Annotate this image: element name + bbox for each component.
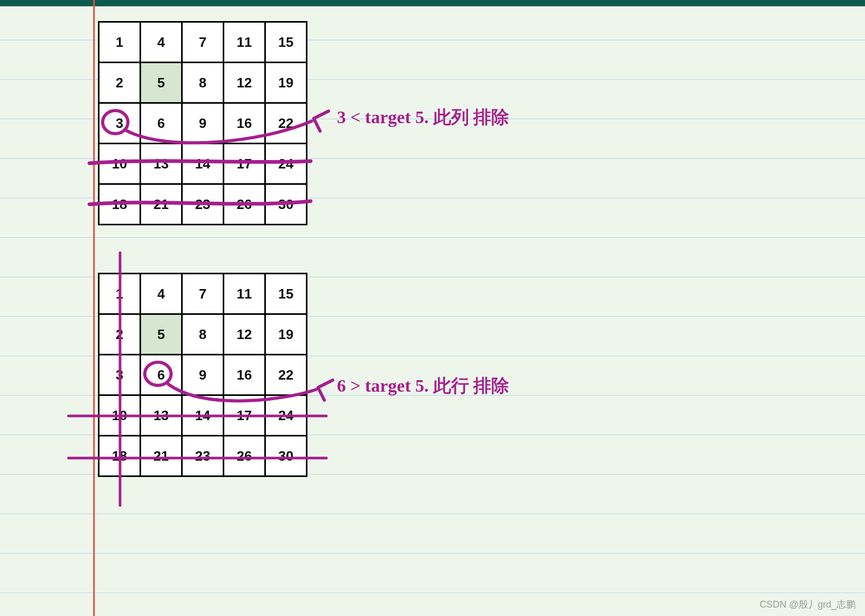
matrix-2-cell: 26	[224, 436, 265, 476]
matrix-1-cell: 9	[182, 103, 224, 144]
matrix-2-cell: 2	[99, 314, 141, 355]
page-canvas: 1471115258121936916221013141724182123263…	[0, 0, 865, 616]
matrix-1-cell: 6	[141, 103, 182, 144]
matrix-2-cell: 6	[141, 355, 182, 395]
matrix-2-cell: 12	[224, 314, 265, 355]
matrix-1-cell: 26	[224, 184, 265, 225]
matrix-2-row: 3691622	[99, 355, 307, 395]
matrix-1-cell: 15	[265, 22, 307, 63]
matrix-2-cell: 4	[141, 274, 182, 314]
matrix-2-cell: 5	[141, 314, 182, 355]
matrix-2-cell: 13	[141, 395, 182, 436]
matrix-2-row: 1013141724	[99, 395, 307, 436]
matrix-2-cell: 19	[265, 314, 307, 355]
matrix-1: 1471115258121936916221013141724182123263…	[98, 21, 307, 225]
matrix-2-row: 1471115	[99, 274, 307, 314]
matrix-2-cell: 21	[141, 436, 182, 476]
matrix-2-row: 2581219	[99, 314, 307, 355]
paper-rule	[0, 553, 865, 554]
matrix-1-cell: 22	[265, 103, 307, 144]
matrix-2-cell: 1	[99, 274, 141, 314]
matrix-2-cell: 24	[265, 395, 307, 436]
matrix-1-cell: 1	[99, 22, 141, 63]
matrix-2-cell: 10	[99, 395, 141, 436]
matrix-1-row: 2581219	[99, 63, 307, 103]
matrix-2-cell: 30	[265, 436, 307, 476]
matrix-1-cell: 24	[265, 144, 307, 184]
matrix-2-cell: 15	[265, 274, 307, 314]
paper-rule	[0, 237, 865, 238]
matrix-1-cell: 8	[182, 63, 224, 103]
matrix-1-row: 1013141724	[99, 144, 307, 184]
matrix-1-cell: 13	[141, 144, 182, 184]
matrix-1-cell: 30	[265, 184, 307, 225]
matrix-1-row: 1471115	[99, 22, 307, 63]
matrix-1-cell: 23	[182, 184, 224, 225]
matrix-1-cell: 17	[224, 144, 265, 184]
matrix-2-cell: 11	[224, 274, 265, 314]
matrix-1-cell: 3	[99, 103, 141, 144]
matrix-2-cell: 17	[224, 395, 265, 436]
matrix-2: 1471115258121936916221013141724182123263…	[98, 273, 307, 477]
matrix-1-cell: 18	[99, 184, 141, 225]
matrix-2-cell: 9	[182, 355, 224, 395]
paper-rule	[0, 513, 865, 514]
matrix-1-cell: 5	[141, 63, 182, 103]
annotation-2: 6 > target 5. 此行 排除	[337, 374, 509, 398]
matrix-1-cell: 16	[224, 103, 265, 144]
matrix-2-cell: 16	[224, 355, 265, 395]
matrix-2-cell: 18	[99, 436, 141, 476]
matrix-1-cell: 19	[265, 63, 307, 103]
matrix-1-row: 1821232630	[99, 184, 307, 225]
annotation-1: 3 < target 5. 此列 排除	[337, 105, 509, 130]
matrix-1-cell: 4	[141, 22, 182, 63]
watermark: CSDN @殷丿grd_志鹏	[760, 598, 856, 611]
paper-margin-line	[93, 0, 95, 616]
matrix-1-cell: 11	[224, 22, 265, 63]
matrix-1-cell: 2	[99, 63, 141, 103]
matrix-1-cell: 12	[224, 63, 265, 103]
matrix-2-cell: 7	[182, 274, 224, 314]
top-bar	[0, 0, 865, 6]
matrix-1-cell: 7	[182, 22, 224, 63]
matrix-2-cell: 3	[99, 355, 141, 395]
matrix-2-row: 1821232630	[99, 436, 307, 476]
paper-rule	[0, 592, 865, 593]
matrix-1-cell: 10	[99, 144, 141, 184]
matrix-2-cell: 22	[265, 355, 307, 395]
matrix-2-cell: 8	[182, 314, 224, 355]
matrix-1-cell: 21	[141, 184, 182, 225]
matrix-2-cell: 23	[182, 436, 224, 476]
matrix-1-cell: 14	[182, 144, 224, 184]
matrix-1-row: 3691622	[99, 103, 307, 144]
matrix-2-cell: 14	[182, 395, 224, 436]
